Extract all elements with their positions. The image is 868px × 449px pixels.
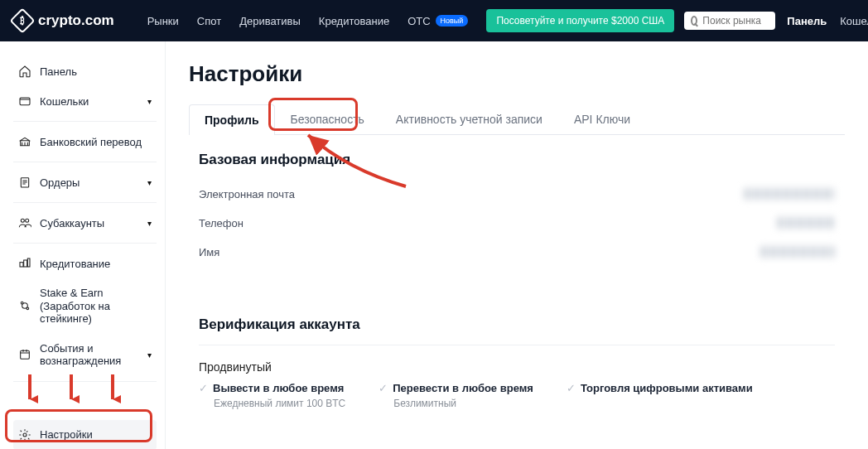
feature-sub: Ежедневный лимит 100 BTC	[214, 398, 345, 409]
sidebar-item-stake[interactable]: Stake & Earn (Заработок на стейкинге)	[13, 278, 157, 334]
field-label: Электронная почта	[199, 188, 381, 200]
sidebar-item-label: Панель	[40, 65, 77, 78]
sidebar-item-label: Stake & Earn (Заработок на стейкинге)	[40, 287, 152, 326]
sidebar-item-label: Ордеры	[40, 176, 80, 189]
check-icon: ✓	[199, 382, 208, 394]
tab-activity[interactable]: Активность учетной записи	[380, 104, 558, 134]
feature-title: Вывести в любое время	[213, 382, 344, 394]
wallet-icon	[18, 94, 31, 108]
sidebar-item-label: Кошельки	[40, 95, 89, 108]
svg-point-2	[21, 219, 24, 222]
sidebar-item-settings[interactable]: Настройки	[13, 420, 157, 449]
bank-icon	[18, 135, 31, 148]
nav-panel[interactable]: Панель	[787, 15, 827, 27]
tab-api-keys[interactable]: API Ключи	[558, 104, 646, 134]
home-icon	[18, 65, 31, 78]
field-label: Имя	[199, 246, 381, 258]
field-value-blurred	[744, 188, 835, 200]
settings-icon	[18, 428, 31, 442]
sidebar-item-wallets[interactable]: Кошельки ▾	[13, 86, 157, 116]
svg-rect-10	[21, 351, 30, 360]
field-value-blurred	[777, 217, 835, 229]
verification-heading: Верификация аккаунта	[199, 316, 845, 333]
svg-point-11	[23, 433, 27, 437]
check-icon: ✓	[567, 382, 576, 394]
svg-point-3	[26, 219, 29, 222]
sidebar: Панель Кошельки ▾ Банковский перевод Орд…	[0, 41, 166, 449]
sidebar-item-subaccounts[interactable]: Субаккаунты ▾	[13, 208, 157, 238]
svg-point-9	[27, 307, 29, 310]
feature-transfer: ✓Перевести в любое время Безлимитный	[379, 382, 533, 409]
svg-rect-6	[27, 258, 30, 267]
brand-logo[interactable]: ₿ crypto.com	[13, 12, 114, 30]
app-switcher-icon[interactable]	[129, 15, 131, 27]
tabs: Профиль Безопасность Активность учетной …	[189, 104, 845, 135]
chevron-down-icon: ▾	[147, 97, 152, 106]
chevron-down-icon: ▾	[147, 178, 152, 187]
nav-markets[interactable]: Рынки	[147, 15, 179, 27]
feature-title: Торговля цифровыми активами	[581, 382, 753, 394]
verification-features: ✓Вывести в любое время Ежедневный лимит …	[199, 382, 845, 409]
orders-icon	[18, 176, 31, 189]
field-label: Телефон	[199, 217, 381, 229]
svg-point-8	[21, 302, 23, 305]
lending-icon	[18, 257, 31, 270]
chevron-down-icon: ▾	[147, 350, 152, 360]
rewards-icon	[18, 348, 31, 361]
feature-title: Перевести в любое время	[393, 382, 533, 394]
top-navigation: ₿ crypto.com Рынки Спот Деривативы Креди…	[0, 0, 868, 41]
feature-trade: ✓Торговля цифровыми активами	[567, 382, 753, 409]
tab-security[interactable]: Безопасность	[275, 104, 380, 134]
check-icon: ✓	[379, 382, 388, 394]
tab-profile[interactable]: Профиль	[189, 104, 275, 135]
feature-withdraw: ✓Вывести в любое время Ежедневный лимит …	[199, 382, 345, 409]
nav-otc-label: OTC	[407, 15, 430, 27]
sidebar-item-lending[interactable]: Кредитование	[13, 249, 157, 278]
basic-info-heading: Базовая информация	[199, 152, 845, 168]
nav-wallets-top[interactable]: Кошельк	[840, 15, 868, 27]
sidebar-item-label: Кредитование	[40, 258, 110, 270]
nav-derivatives[interactable]: Деривативы	[239, 15, 301, 27]
sidebar-item-orders[interactable]: Ордеры ▾	[13, 167, 157, 197]
page-title: Настройки	[189, 61, 845, 87]
nav-otc[interactable]: OTC Новый	[407, 15, 468, 27]
svg-rect-5	[24, 260, 27, 267]
search-box[interactable]	[684, 12, 775, 30]
field-value-blurred	[760, 246, 835, 258]
brand-name: crypto.com	[38, 12, 114, 29]
sidebar-item-label: Настройки	[40, 428, 93, 441]
sidebar-item-bank[interactable]: Банковский перевод	[13, 127, 157, 157]
sidebar-item-panel[interactable]: Панель	[13, 56, 157, 86]
main-content: Настройки Профиль Безопасность Активност…	[166, 41, 868, 449]
stake-icon	[18, 299, 31, 312]
chevron-down-icon: ▾	[147, 219, 152, 228]
field-name: Имя	[189, 238, 845, 267]
svg-rect-0	[20, 98, 30, 105]
sidebar-item-label: Банковский перевод	[40, 136, 142, 148]
nav-spot[interactable]: Спот	[197, 15, 221, 27]
referral-button[interactable]: Посоветуйте и получите $2000 США	[486, 9, 674, 32]
sidebar-item-rewards[interactable]: События и вознаграждения ▾	[13, 334, 157, 376]
nav-lending[interactable]: Кредитование	[319, 15, 389, 27]
new-badge: Новый	[436, 15, 469, 27]
svg-rect-4	[20, 263, 23, 267]
feature-sub: Безлимитный	[393, 398, 533, 409]
field-email: Электронная почта	[189, 180, 845, 209]
field-phone: Телефон	[189, 209, 845, 238]
subaccounts-icon	[18, 216, 31, 229]
verification-level: Продвинутый	[199, 360, 845, 374]
sidebar-item-label: Субаккаунты	[40, 217, 104, 229]
sidebar-item-label: События и вознаграждения	[40, 342, 139, 368]
logo-icon: ₿	[9, 7, 35, 33]
search-input[interactable]	[702, 15, 769, 27]
search-icon	[691, 16, 697, 26]
